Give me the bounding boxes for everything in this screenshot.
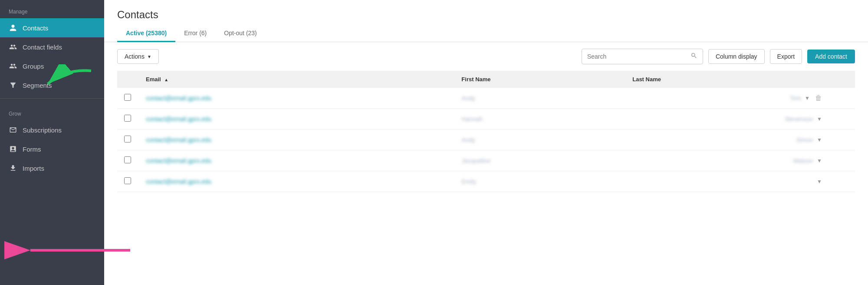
sidebar-item-label: Contact fields	[23, 43, 62, 51]
table-row: contact@email.gprs.edu Andy Tom ▼ 🗑	[117, 88, 855, 109]
table-row: contact@email.gprs.edu Hannah Stevenson …	[117, 109, 855, 129]
email-value[interactable]: contact@email.gprs.edu	[146, 116, 211, 123]
sidebar-item-contact-fields[interactable]: Contact fields	[0, 37, 104, 56]
contact-fields-icon	[9, 43, 17, 51]
last-name-value: Tom	[790, 95, 801, 102]
row-checkbox[interactable]	[124, 115, 131, 122]
last-name-header[interactable]: Last Name	[625, 71, 829, 88]
add-contact-button[interactable]: Add contact	[807, 50, 855, 63]
contacts-table-container: Email ▲ First Name Last Name contact@ema…	[104, 71, 868, 285]
email-cell[interactable]: contact@email.gprs.edu	[139, 88, 454, 109]
email-value[interactable]: contact@email.gprs.edu	[146, 157, 211, 164]
sidebar-item-contacts[interactable]: Contacts	[0, 18, 104, 37]
sidebar-item-subscriptions[interactable]: Subscriptions	[0, 120, 104, 139]
search-box[interactable]	[582, 49, 703, 64]
sidebar-item-groups[interactable]: Groups	[0, 56, 104, 76]
email-cell[interactable]: contact@email.gprs.edu	[139, 129, 454, 150]
imports-icon	[9, 164, 17, 172]
row-checkbox-cell[interactable]	[117, 109, 139, 129]
email-cell[interactable]: contact@email.gprs.edu	[139, 171, 454, 192]
toolbar: Actions ▼ Column display Export Add cont…	[104, 42, 868, 71]
page-title: Contacts	[104, 0, 868, 25]
last-name-cell: Simon ▼	[625, 129, 829, 150]
first-name-value: Emily	[461, 178, 476, 185]
grow-section-label: Grow	[0, 102, 104, 120]
email-value[interactable]: contact@email.gprs.edu	[146, 136, 211, 143]
tab-optout[interactable]: Opt-out (23)	[215, 25, 265, 42]
chevron-down-icon[interactable]: ▼	[817, 137, 822, 143]
email-cell[interactable]: contact@email.gprs.edu	[139, 109, 454, 129]
row-checkbox[interactable]	[124, 94, 131, 101]
row-checkbox-cell[interactable]	[117, 129, 139, 150]
sidebar-item-imports[interactable]: Imports	[0, 159, 104, 178]
email-value[interactable]: contact@email.gprs.edu	[146, 178, 211, 185]
email-header-label: Email	[146, 76, 161, 83]
tab-error[interactable]: Error (6)	[175, 25, 215, 42]
first-name-value: Andy	[461, 95, 475, 102]
first-name-cell: Hannah	[454, 109, 625, 129]
chevron-down-icon: ▼	[147, 54, 151, 59]
actions-button[interactable]: Actions ▼	[117, 49, 159, 64]
table-header-row: Email ▲ First Name Last Name	[117, 71, 855, 88]
actions-label: Actions	[125, 53, 145, 60]
first-name-value: Andy	[461, 136, 475, 143]
row-checkbox-cell[interactable]	[117, 88, 139, 109]
first-name-cell: Andy	[454, 129, 625, 150]
last-name-cell: Watson ▼	[625, 150, 829, 171]
row-checkbox[interactable]	[124, 136, 131, 142]
chevron-down-icon[interactable]: ▼	[817, 179, 822, 185]
contacts-table: Email ▲ First Name Last Name contact@ema…	[117, 71, 855, 192]
sidebar-item-label: Imports	[23, 165, 44, 172]
search-input[interactable]	[587, 53, 687, 60]
row-checkbox-cell[interactable]	[117, 150, 139, 171]
delete-icon[interactable]: 🗑	[815, 94, 822, 102]
email-value[interactable]: contact@email.gprs.edu	[146, 95, 211, 102]
sidebar-item-forms[interactable]: Forms	[0, 139, 104, 159]
row-checkbox[interactable]	[124, 177, 131, 184]
last-name-value: Simon	[796, 136, 813, 143]
last-name-cell: ▼	[625, 171, 829, 192]
sidebar-item-label: Segments	[23, 82, 52, 89]
first-name-cell: Emily	[454, 171, 625, 192]
last-name-value: Stevenson	[785, 116, 813, 123]
sidebar-item-label: Forms	[23, 146, 41, 153]
table-row: contact@email.gprs.edu Emily ▼	[117, 171, 855, 192]
last-name-cell: Stevenson ▼	[625, 109, 829, 129]
contacts-icon	[9, 23, 17, 32]
sidebar-item-label: Groups	[23, 63, 44, 70]
checkbox-header	[117, 71, 139, 88]
chevron-down-icon[interactable]: ▼	[817, 116, 822, 122]
chevron-down-icon[interactable]: ▼	[817, 158, 822, 164]
sidebar-item-label: Contacts	[23, 24, 48, 32]
chevron-down-icon[interactable]: ▼	[805, 95, 810, 101]
last-name-cell: Tom ▼ 🗑	[625, 88, 829, 109]
row-checkbox[interactable]	[124, 156, 131, 163]
export-button[interactable]: Export	[770, 49, 802, 64]
tab-active[interactable]: Active (25380)	[117, 25, 175, 42]
first-name-value: Hannah	[461, 116, 483, 123]
sidebar-divider	[0, 98, 104, 99]
manage-section-label: Manage	[0, 0, 104, 18]
search-icon	[690, 52, 697, 61]
column-display-button[interactable]: Column display	[708, 49, 765, 64]
subscriptions-icon	[9, 126, 17, 134]
groups-icon	[9, 62, 17, 70]
email-cell[interactable]: contact@email.gprs.edu	[139, 150, 454, 171]
sidebar-item-segments[interactable]: Segments	[0, 76, 104, 95]
tabs-bar: Active (25380) Error (6) Opt-out (23)	[104, 25, 868, 42]
table-row: contact@email.gprs.edu Andy Simon ▼	[117, 129, 855, 150]
forms-icon	[9, 145, 17, 153]
table-row: contact@email.gprs.edu Jacqueline Watson…	[117, 150, 855, 171]
segments-icon	[9, 81, 17, 89]
first-name-cell: Andy	[454, 88, 625, 109]
sidebar-item-label: Subscriptions	[23, 126, 62, 134]
main-content: Contacts Active (25380) Error (6) Opt-ou…	[104, 0, 868, 285]
first-name-header[interactable]: First Name	[454, 71, 625, 88]
sort-icon: ▲	[164, 77, 168, 82]
first-name-value: Jacqueline	[461, 157, 490, 164]
row-checkbox-cell[interactable]	[117, 171, 139, 192]
last-name-value: Watson	[793, 157, 813, 164]
sidebar: Manage Contacts Contact fields Groups Se…	[0, 0, 104, 285]
first-name-cell: Jacqueline	[454, 150, 625, 171]
email-header[interactable]: Email ▲	[139, 71, 454, 88]
